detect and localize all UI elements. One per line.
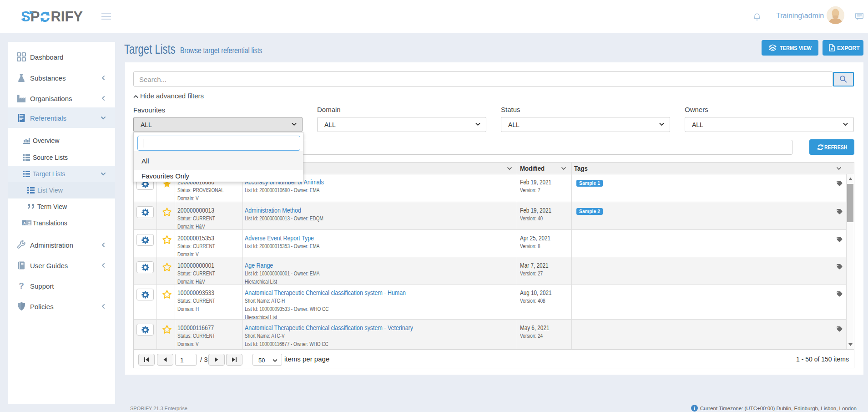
svg-text:A: A <box>23 221 26 225</box>
svg-text:i: i <box>694 406 695 411</box>
svg-text:x: x <box>831 47 833 51</box>
